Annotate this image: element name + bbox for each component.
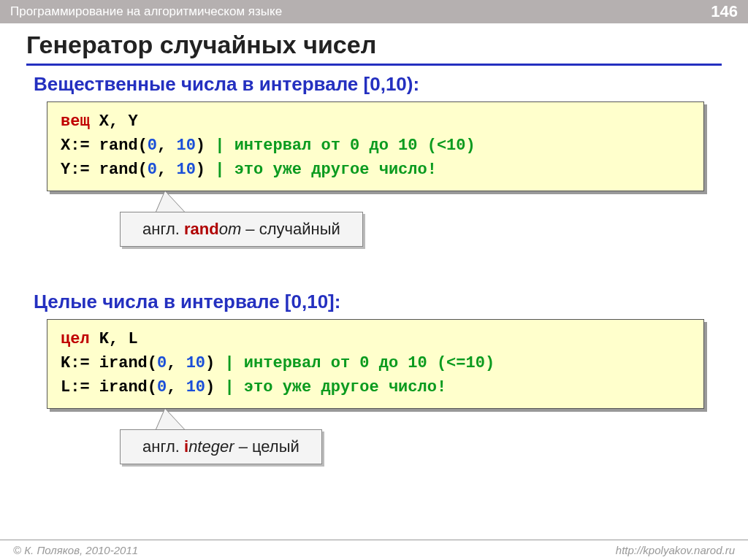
code-line: X:= rand(0, 10) | интервал от 0 до 10 (<… (61, 134, 690, 158)
num: 0 (157, 378, 167, 396)
vars: X, Y (90, 112, 138, 131)
callout-text: om (219, 220, 242, 238)
callout-box: англ. random – случайный (120, 212, 363, 247)
num: 10 (186, 354, 205, 372)
comment: | это уже другое число! (205, 161, 437, 179)
callout-box: англ. integer – целый (120, 429, 322, 464)
footer-url: http://kpolyakov.narod.ru (616, 544, 735, 556)
code-block-1: вещ X, Y X:= rand(0, 10) | интервал от 0… (47, 101, 704, 191)
slide-header: Программирование на алгоритмическом язык… (0, 0, 748, 23)
paren: ) (196, 137, 205, 155)
section1-heading: Вещественные числа в интервале [0,10): (34, 73, 722, 96)
code-line: K:= irand(0, 10) | интервал от 0 до 10 (… (61, 351, 690, 375)
comma: , (167, 354, 186, 372)
comment: | интервал от 0 до 10 (<10) (205, 137, 476, 155)
comment: | интервал от 0 до 10 (<=10) (215, 354, 495, 372)
keyword: цел (61, 330, 90, 348)
section2-heading: Целые числа в интервале [0,10]: (34, 291, 722, 313)
lhs: X:= (61, 137, 99, 155)
num: 0 (157, 354, 167, 372)
paren: ) (196, 161, 205, 179)
num: 10 (176, 137, 195, 155)
paren: ( (148, 378, 157, 396)
paren: ) (205, 354, 215, 372)
callout-text: – целый (234, 437, 299, 456)
vars: K, L (90, 330, 138, 348)
code-block-2-wrap: цел K, L K:= irand(0, 10) | интервал от … (47, 319, 722, 409)
callout-text: – случайный (241, 220, 340, 238)
comma: , (157, 137, 176, 155)
comment: | это уже другое число! (215, 378, 446, 396)
num: 0 (148, 137, 157, 155)
code-line: Y:= rand(0, 10) | это уже другое число! (61, 158, 690, 182)
callout-text: англ. (142, 220, 184, 238)
callout-tail-icon (156, 191, 184, 212)
slide-content: Генератор случайных чисел Вещественные ч… (0, 23, 748, 409)
fn: irand (99, 354, 148, 372)
callout-tail-icon (156, 409, 184, 429)
page-number: 146 (711, 2, 738, 21)
fn: irand (99, 378, 148, 396)
comma: , (157, 161, 176, 179)
paren: ( (148, 354, 157, 372)
code-block-2: цел K, L K:= irand(0, 10) | интервал от … (47, 319, 704, 409)
fn: rand (99, 161, 138, 179)
slide-footer: © К. Поляков, 2010-2011 http://kpolyakov… (0, 540, 748, 560)
fn: rand (99, 137, 138, 155)
code-block-1-wrap: вещ X, Y X:= rand(0, 10) | интервал от 0… (47, 101, 722, 191)
comma: , (167, 378, 186, 396)
paren: ( (138, 161, 148, 179)
callout-2: англ. integer – целый (120, 409, 322, 464)
page-title: Генератор случайных чисел (26, 31, 722, 66)
lhs: K:= (61, 354, 99, 372)
paren: ) (205, 378, 215, 396)
lhs: Y:= (61, 161, 99, 179)
paren: ( (138, 137, 148, 155)
code-line: цел K, L (61, 327, 690, 351)
num: 10 (186, 378, 205, 396)
spacer (26, 242, 722, 286)
callout-highlight: rand (184, 220, 219, 238)
num: 10 (176, 161, 195, 179)
num: 0 (148, 161, 157, 179)
lhs: L:= (61, 378, 99, 396)
callout-1: англ. random – случайный (120, 191, 363, 247)
keyword: вещ (61, 112, 90, 131)
code-line: вещ X, Y (61, 110, 690, 134)
footer-copyright: © К. Поляков, 2010-2011 (13, 544, 138, 556)
callout-text: nteger (188, 437, 234, 456)
callout-text: англ. (142, 437, 184, 456)
course-title: Программирование на алгоритмическом язык… (10, 4, 282, 19)
code-line: L:= irand(0, 10) | это уже другое число! (61, 375, 690, 399)
